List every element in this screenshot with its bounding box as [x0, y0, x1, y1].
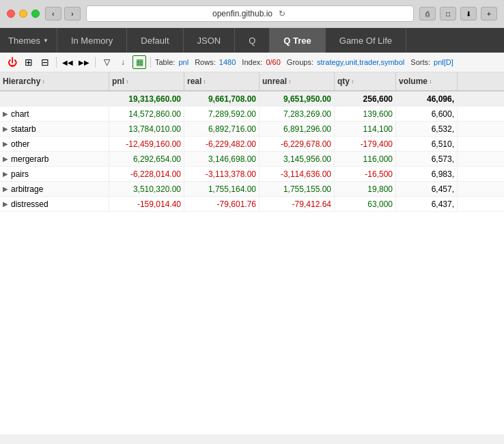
download-button[interactable]: ⬇	[460, 7, 477, 20]
share-button[interactable]: ⎙	[419, 7, 436, 20]
col-header-hierarchy[interactable]: Hierarchy ↕	[0, 72, 109, 90]
bookmark-button[interactable]: □	[440, 7, 456, 20]
prev-button[interactable]: ◀◀	[61, 55, 74, 69]
tab-default[interactable]: Default	[127, 28, 183, 53]
col-header-qty[interactable]: qty ↕	[335, 72, 396, 90]
separator-1	[56, 57, 57, 68]
row-name-1: statarb	[11, 124, 36, 134]
close-button[interactable]	[7, 10, 15, 18]
themes-tab[interactable]: Themes ▼	[0, 28, 57, 53]
cell-hierarchy-1: ▶ statarb	[0, 122, 109, 136]
expand-icon-1[interactable]: ▶	[3, 125, 8, 133]
pnl-sort-icon: ↕	[126, 79, 128, 85]
next-button[interactable]: ▶▶	[77, 55, 91, 69]
tab-json[interactable]: JSON	[184, 28, 236, 53]
summary-hierarchy	[0, 92, 109, 106]
cell-qty-0: 139,600	[335, 107, 396, 121]
cell-volume-5: 6,457,	[396, 182, 458, 196]
summary-volume: 46,096,	[396, 92, 458, 106]
traffic-lights	[7, 10, 40, 18]
forward-button[interactable]: ›	[64, 7, 81, 20]
table-info: Table: pnl Rows: 1480 Index: 0/60 Groups…	[155, 58, 453, 66]
table-header: Hierarchy ↕ pnl ↕ real ↕ unreal ↕ qty ↕ …	[0, 72, 504, 92]
cell-hierarchy-3: ▶ mergerarb	[0, 152, 109, 166]
cell-unreal-6: -79,412.64	[260, 197, 335, 211]
cell-real-3: 3,146,698.00	[184, 152, 260, 166]
power-button[interactable]: ⏻	[5, 55, 19, 69]
expand-icon-6[interactable]: ▶	[3, 200, 8, 208]
cell-volume-4: 6,983,	[396, 167, 458, 181]
themes-label: Themes	[8, 36, 40, 46]
unreal-label: unreal	[262, 77, 287, 86]
cell-volume-2: 6,510,	[396, 137, 458, 151]
table-body: ▶ chart 14,572,860.00 7,289,592.00 7,283…	[0, 107, 504, 212]
volume-sort-icon: ↕	[429, 79, 432, 85]
table-row[interactable]: ▶ other -12,459,160.00 -6,229,482.00 -6,…	[0, 137, 504, 152]
address-bar[interactable]: openfin.github.io ↻	[86, 5, 414, 22]
cell-qty-1: 114,100	[335, 122, 396, 136]
col-header-unreal[interactable]: unreal ↕	[260, 72, 335, 90]
expand-icon-4[interactable]: ▶	[3, 170, 8, 178]
table-value: pnl	[178, 58, 188, 66]
tab-q[interactable]: Q	[235, 28, 270, 53]
unreal-sort-icon: ↕	[288, 79, 291, 85]
separator-3	[150, 57, 151, 68]
row-name-0: chart	[11, 109, 29, 119]
index-value: 0/60	[266, 58, 280, 66]
nav-buttons: ‹ ›	[45, 7, 81, 20]
separator-2	[95, 57, 96, 68]
cell-volume-0: 6,600,	[396, 107, 458, 121]
col-header-pnl[interactable]: pnl ↕	[109, 72, 184, 90]
cell-hierarchy-4: ▶ pairs	[0, 167, 109, 181]
expand-icon-3[interactable]: ▶	[3, 155, 8, 163]
rows-value: 1480	[219, 58, 236, 66]
hierarchy-label: Hierarchy	[3, 77, 40, 86]
expand-icon-2[interactable]: ▶	[3, 140, 8, 148]
table-row[interactable]: ▶ chart 14,572,860.00 7,289,592.00 7,283…	[0, 107, 504, 122]
cell-unreal-2: -6,229,678.00	[260, 137, 335, 151]
table-row[interactable]: ▶ statarb 13,784,010.00 6,892,716.00 6,8…	[0, 122, 504, 137]
rows-label: Rows:	[195, 58, 216, 66]
title-bar: ‹ › openfin.github.io ↻ ⎙ □ ⬇ +	[0, 0, 504, 27]
summary-qty: 256,600	[335, 92, 396, 106]
table-row[interactable]: ▶ pairs -6,228,014.00 -3,113,378.00 -3,1…	[0, 167, 504, 182]
minimize-button[interactable]	[19, 10, 27, 18]
summary-real: 9,661,708.00	[184, 92, 260, 106]
down-button[interactable]: ↓	[116, 55, 130, 69]
pnl-label: pnl	[112, 77, 124, 86]
col-header-real[interactable]: real ↕	[184, 72, 260, 90]
tab-game-of-life[interactable]: Game Of Life	[326, 28, 406, 53]
cell-real-4: -3,113,378.00	[184, 167, 260, 181]
expand-icon-0[interactable]: ▶	[3, 110, 8, 117]
cell-unreal-5: 1,755,155.00	[260, 182, 335, 196]
back-button[interactable]: ‹	[45, 7, 61, 20]
summary-row: 19,313,660.00 9,661,708.00 9,651,950.00 …	[0, 92, 504, 107]
cell-real-5: 1,755,164.00	[184, 182, 260, 196]
sorts-value: pnl[D]	[434, 58, 453, 66]
table-row[interactable]: ▶ mergerarb 6,292,654.00 3,146,698.00 3,…	[0, 152, 504, 167]
row-name-6: distressed	[11, 199, 48, 209]
toolbar: ⏻ ⊞ ⊟ ◀◀ ▶▶ ▽ ↓ ▦ Table: pnl Rows: 1480 …	[0, 53, 504, 72]
tab-in-memory[interactable]: In Memory	[57, 28, 127, 53]
reload-button[interactable]: ↻	[277, 8, 288, 19]
table-row[interactable]: ▶ arbitrage 3,510,320.00 1,755,164.00 1,…	[0, 182, 504, 197]
qty-label: qty	[337, 77, 350, 86]
cell-volume-6: 6,437,	[396, 197, 458, 211]
table-icon-button[interactable]: ▦	[132, 55, 146, 69]
row-name-2: other	[11, 139, 29, 149]
col-header-volume[interactable]: volume ↕	[396, 72, 458, 90]
table-row[interactable]: ▶ distressed -159,014.40 -79,601.76 -79,…	[0, 197, 504, 212]
themes-arrow-icon: ▼	[43, 38, 48, 44]
cell-qty-4: -16,500	[335, 167, 396, 181]
new-tab-button[interactable]: +	[481, 7, 497, 20]
grid-collapse-button[interactable]: ⊟	[38, 55, 52, 69]
volume-label: volume	[399, 77, 428, 86]
index-label: Index:	[242, 58, 262, 66]
tab-q-tree[interactable]: Q Tree	[270, 28, 325, 53]
app-tabs: Themes ▼ In Memory Default JSON Q Q Tree…	[0, 28, 504, 53]
expand-icon-5[interactable]: ▶	[3, 185, 8, 193]
maximize-button[interactable]	[31, 10, 40, 18]
grid-expand-button[interactable]: ⊞	[22, 55, 36, 69]
cell-unreal-4: -3,114,636.00	[260, 167, 335, 181]
filter-button[interactable]: ▽	[100, 55, 113, 69]
